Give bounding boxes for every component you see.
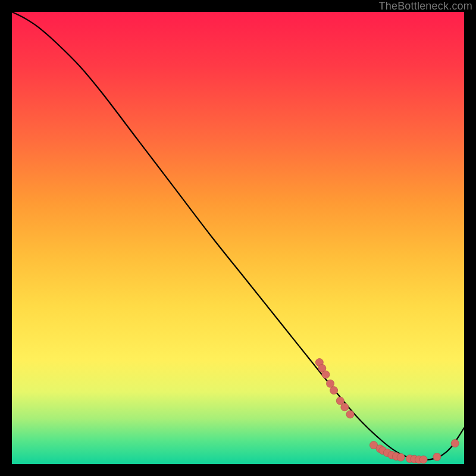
watermark-text: TheBottleneck.com [379,0,472,12]
curve-line [12,12,464,460]
data-point [327,380,334,387]
data-point [451,440,459,447]
chart-svg [12,12,464,464]
curve-markers [315,359,459,464]
data-point [397,453,405,461]
data-point [322,371,330,378]
data-point [419,456,427,464]
data-point [433,453,441,461]
data-point [346,411,354,418]
data-point [330,387,338,394]
data-point [341,403,349,411]
plot-area [12,12,464,464]
stage: TheBottleneck.com [0,0,476,476]
